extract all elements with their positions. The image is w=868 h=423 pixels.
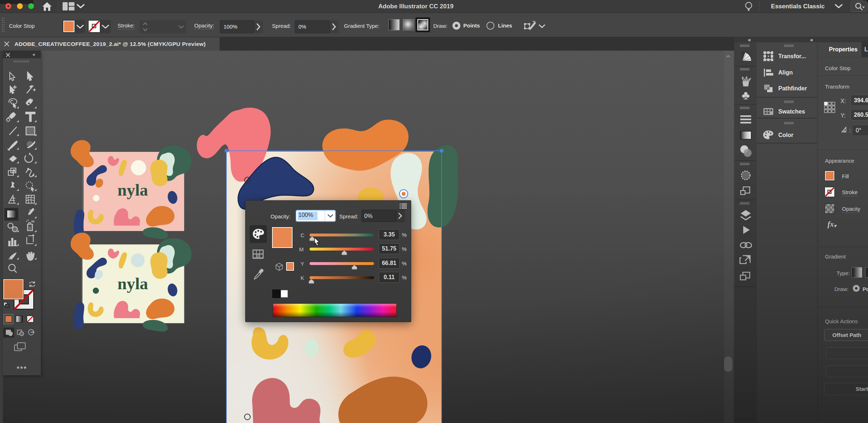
svg-text:nyla: nyla	[118, 181, 148, 199]
svg-text:nyla: nyla	[118, 274, 148, 293]
svg-text:♣: ♣	[742, 88, 750, 102]
